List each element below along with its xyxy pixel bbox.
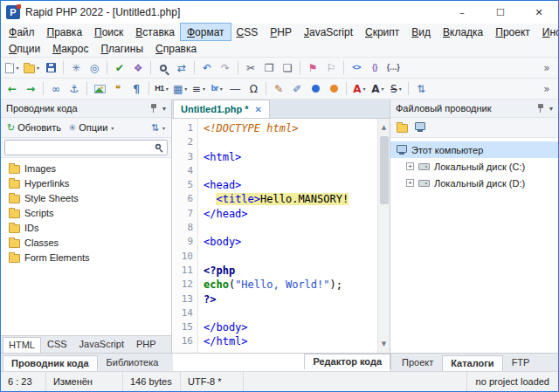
tab-php[interactable]: PHP [130,336,162,353]
forward-icon[interactable]: → [22,80,39,98]
tab-javascript[interactable]: JavaScript [73,336,130,353]
font-color-icon[interactable]: A▾ [350,80,368,98]
redo-icon[interactable]: ↷ [217,59,234,77]
braces-icon[interactable]: {} [366,59,383,77]
tree-disk-c[interactable]: +Локальный диск (C:) [390,158,558,175]
folder-ids[interactable]: IDs [1,220,171,235]
computer-view-icon[interactable] [415,122,425,130]
replace-icon[interactable]: ⇄ [173,59,190,77]
snippet-icon[interactable]: {…} [384,59,402,77]
tab-close-icon[interactable]: ✕ [255,105,262,114]
folder-form-elements[interactable]: Form Elements [1,250,171,265]
tab-html[interactable]: HTML [3,337,41,353]
folders-view-icon[interactable] [397,124,408,133]
tab-library[interactable]: Библиотека [98,354,168,371]
expand-icon[interactable]: + [406,179,414,187]
menu-macro[interactable]: Макрос [46,40,94,57]
menu-insert[interactable]: Вставка [129,24,181,40]
code-area[interactable]: <!DOCTYPE html> <html> <head> <title>Hel… [198,119,377,353]
undo-icon[interactable]: ↶ [198,59,216,77]
tab-untitled1-php[interactable]: Untitled1.php * ✕ [173,100,270,118]
open-file-icon[interactable]: ▾ [22,59,41,77]
scrollbar-thumb[interactable] [380,136,389,204]
goto-bookmark-icon[interactable]: ⚐ [322,59,340,77]
chevron-down-icon[interactable]: ▾ [162,105,166,113]
menu-plugins[interactable]: Плагины [94,40,149,57]
menu-css[interactable]: CSS [231,24,265,40]
options-button[interactable]: ✳ Опции ▾ [66,120,116,135]
menu-edit[interactable]: Правка [41,24,89,40]
hr-icon[interactable]: ― [226,80,244,98]
toolbar-overflow-icon[interactable]: » [538,80,556,98]
strikethrough-icon[interactable]: S▾ [387,80,404,98]
folder-hyperlinks[interactable]: Hyperlinks [1,175,171,190]
anchor-icon[interactable]: ⚓ [66,80,83,98]
html-ball-icon[interactable] [307,80,324,98]
folder-classes[interactable]: Classes [1,235,171,250]
maximize-icon[interactable]: ☐ [481,1,520,24]
chevron-down-icon[interactable]: ▾ [549,105,553,113]
tab-code-editor[interactable]: Редактор кода [304,354,390,369]
menu-file[interactable]: Файл [3,24,41,40]
menu-options[interactable]: Опции [3,40,46,57]
new-file-icon[interactable]: ▾ [3,59,21,77]
menu-javascript[interactable]: JavaScript [298,24,359,40]
edit-pencil-icon[interactable]: ✎ [270,80,287,98]
br-tag-icon[interactable]: br▾ [208,80,225,98]
font-size-icon[interactable]: A▾ [369,80,386,98]
menu-format[interactable]: Формат [181,24,231,40]
settings-gear-icon[interactable]: ✳ [67,59,85,77]
tree-disk-d[interactable]: +Локальный диск (D:) [390,175,558,191]
tab-ftp[interactable]: FTP [503,354,539,371]
menu-tab[interactable]: Вкладка [437,24,489,40]
menu-help[interactable]: Справка [149,40,203,57]
heading-icon[interactable]: H1▾ [153,80,170,98]
table-icon[interactable]: ▦▾ [171,80,189,98]
cut-icon[interactable]: ✂ [242,59,259,77]
scroll-down-icon[interactable]: ▼ [382,337,386,351]
menu-tools[interactable]: Инструменты [536,24,559,40]
toolbar-overflow-icon[interactable]: » [538,59,556,77]
special-char-icon[interactable]: Ω [245,80,262,98]
scroll-up-icon[interactable]: ▲ [382,120,386,134]
code-cleaner-icon[interactable]: ❖ [129,59,147,77]
pin-icon[interactable] [149,103,158,113]
list-icon[interactable]: ≡▾ [190,80,207,98]
save-icon[interactable] [42,59,59,77]
minimize-icon[interactable]: – [443,1,481,24]
editor-scrollbar[interactable]: ▲ ▼ [377,119,390,353]
pilcrow-icon[interactable]: ¶ [128,80,145,98]
menu-php[interactable]: PHP [264,24,298,40]
css-ball-icon[interactable] [325,80,342,98]
tab-project[interactable]: Проект [393,354,442,371]
link-icon[interactable]: ∞ [47,80,65,98]
bookmark-icon[interactable]: ⚑ [304,59,321,77]
menu-search[interactable]: Поиск [88,24,129,40]
expand-icon[interactable]: + [406,162,414,170]
copy-icon[interactable]: ❐ [260,59,278,77]
menu-project[interactable]: Проект [489,24,536,40]
paste-icon[interactable]: ❏ [279,59,296,77]
spell-check-icon[interactable]: ✔ [111,59,128,77]
sort-lines-icon[interactable]: ⇅ [412,80,430,98]
insert-image-icon[interactable] [91,80,108,98]
folder-images[interactable]: Images [1,161,171,175]
tab-code-explorer[interactable]: Проводник кода [3,355,98,371]
refresh-button[interactable]: ↻ Обновить [4,120,64,135]
back-icon[interactable]: ← [3,80,21,98]
sort-button[interactable]: ⇅ ▾ [148,120,168,135]
browser-preview-icon[interactable]: ◎ [86,59,103,77]
tag-editor-icon[interactable]: <> [348,59,365,77]
close-icon[interactable]: ✕ [520,1,558,24]
menu-view[interactable]: Вид [405,24,437,40]
comment-icon[interactable]: ❝ [109,80,127,98]
tab-css[interactable]: CSS [41,336,73,353]
folder-scripts[interactable]: Scripts [1,205,171,220]
search-input[interactable] [4,140,168,155]
menu-script[interactable]: Скрипт [359,24,405,40]
folder-style-sheets[interactable]: Style Sheets [1,190,171,205]
tree-this-computer[interactable]: Этот компьютер [390,141,558,158]
tab-folders[interactable]: Каталоги [442,355,502,371]
find-icon[interactable] [155,59,172,77]
format-brush-icon[interactable]: ✐ [288,80,306,98]
